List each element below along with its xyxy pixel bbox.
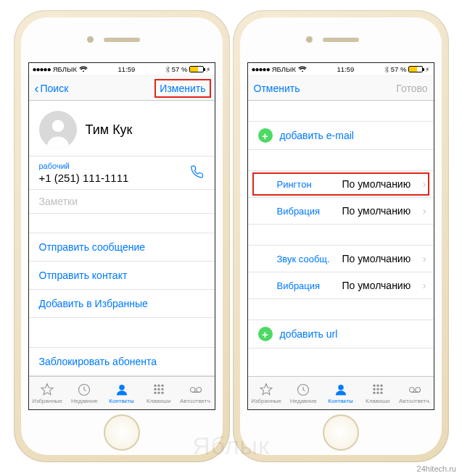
phone-type-label: рабочий <box>39 162 205 170</box>
edit-button[interactable]: Изменить <box>157 81 208 96</box>
cancel-button[interactable]: Отменить <box>254 83 300 94</box>
svg-point-11 <box>161 391 163 393</box>
back-button[interactable]: ‹ Поиск <box>35 82 69 95</box>
tab-contacts[interactable]: Контакты <box>322 377 359 409</box>
phone-left: ●●●●● ЯБЛЫК 11:59 57 % ⚡︎ <box>14 10 230 462</box>
clock: 11:59 <box>118 65 136 73</box>
wifi-icon <box>298 66 307 72</box>
tab-voicemail[interactable]: Автоответч. <box>177 377 214 409</box>
phone-row[interactable]: рабочий +1 (251) 111-1111 <box>29 156 215 189</box>
done-button[interactable]: Готово <box>396 83 427 94</box>
svg-point-5 <box>161 384 163 386</box>
credit: 24hitech.ru <box>417 464 456 473</box>
tab-bar: Избранные Недавние Контакты Клавиши <box>248 376 434 409</box>
plus-icon: + <box>258 128 273 143</box>
text-tone-row[interactable]: Звук сообщ. По умолчанию › <box>248 245 434 272</box>
svg-point-26 <box>416 387 421 392</box>
carrier-label: ЯБЛЫК <box>53 65 77 73</box>
wifi-icon <box>79 66 88 72</box>
text-tone-value: По умолчанию <box>342 253 423 264</box>
tab-label: Избранные <box>251 398 281 404</box>
add-url-label: добавить url <box>280 328 338 340</box>
tab-favorites[interactable]: Избранные <box>248 377 285 409</box>
send-message-button[interactable]: Отправить сообщение <box>29 233 215 261</box>
svg-point-9 <box>154 391 156 393</box>
text-tone-label: Звук сообщ. <box>277 254 342 264</box>
svg-point-2 <box>119 384 125 390</box>
svg-point-24 <box>380 391 382 393</box>
tab-keypad[interactable]: Клавиши <box>359 377 396 409</box>
home-button[interactable] <box>104 414 140 451</box>
plus-icon: + <box>258 327 273 341</box>
notes-field[interactable]: Заметки <box>29 189 215 214</box>
svg-point-10 <box>157 391 160 393</box>
person-icon <box>333 383 349 397</box>
vibration-value: По умолчанию <box>342 205 423 217</box>
svg-point-8 <box>161 388 163 390</box>
battery-icon <box>189 66 204 72</box>
tab-label: Автоответч. <box>399 398 431 404</box>
ringtone-label: Рингтон <box>277 179 342 190</box>
call-icon[interactable] <box>190 164 205 181</box>
svg-point-12 <box>190 387 195 392</box>
contact-name: Тим Кук <box>86 122 133 138</box>
chevron-right-icon: › <box>423 205 426 217</box>
add-email-button[interactable]: + добавить e-mail <box>248 121 434 150</box>
vibration-label: Вибрация <box>277 206 342 217</box>
tab-label: Клавиши <box>366 398 389 404</box>
home-button[interactable] <box>323 414 359 451</box>
svg-point-17 <box>376 384 379 386</box>
edit-label: Изменить <box>160 83 205 94</box>
charging-icon: ⚡︎ <box>425 66 429 73</box>
clock-icon <box>76 383 92 397</box>
svg-point-25 <box>409 387 414 392</box>
svg-point-7 <box>157 388 160 390</box>
vibration-row[interactable]: Вибрация По умолчанию › <box>248 197 434 225</box>
svg-point-21 <box>380 388 382 390</box>
carrier-label: ЯБЛЫК <box>272 65 296 73</box>
screen-right: ●●●●● ЯБЛЫК 11:59 57 % ⚡︎ <box>247 62 434 410</box>
vibration2-row[interactable]: Вибрация По умолчанию › <box>248 272 434 299</box>
svg-point-22 <box>373 391 375 393</box>
send-contact-button[interactable]: Отправить контакт <box>29 261 215 289</box>
back-label: Поиск <box>41 83 69 94</box>
svg-point-13 <box>197 387 202 392</box>
bluetooth-icon <box>165 66 170 73</box>
nav-bar: ‹ Поиск Изменить <box>29 76 215 101</box>
tab-favorites[interactable]: Избранные <box>29 377 66 409</box>
nav-bar: Отменить Готово <box>248 76 434 101</box>
status-bar: ●●●●● ЯБЛЫК 11:59 57 % ⚡︎ <box>29 63 215 76</box>
chevron-right-icon: › <box>423 253 426 264</box>
chevron-right-icon: › <box>423 280 426 291</box>
contact-header: Тим Кук <box>29 101 215 156</box>
svg-point-15 <box>338 384 344 390</box>
svg-point-16 <box>373 384 375 386</box>
phone-number: +1 (251) 111-1111 <box>39 172 205 184</box>
tab-label: Недавние <box>290 398 317 404</box>
battery-pct: 57 % <box>391 65 407 73</box>
avatar <box>39 111 77 149</box>
tab-recents[interactable]: Недавние <box>285 377 322 409</box>
keypad-icon <box>151 383 167 397</box>
clock: 11:59 <box>337 65 355 73</box>
front-camera <box>306 36 313 43</box>
charging-icon: ⚡︎ <box>206 66 210 73</box>
cancel-label: Отменить <box>254 83 300 94</box>
battery-pct: 57 % <box>172 65 188 73</box>
tab-voicemail[interactable]: Автоответч. <box>396 377 433 409</box>
signal-dots-icon: ●●●●● <box>33 65 51 73</box>
tab-label: Автоответч. <box>180 398 212 404</box>
svg-point-23 <box>376 391 379 393</box>
svg-point-0 <box>51 120 64 133</box>
tab-contacts[interactable]: Контакты <box>103 377 140 409</box>
ringtone-row[interactable]: Рингтон По умолчанию › <box>248 170 434 197</box>
add-url-button[interactable]: + добавить url <box>248 320 434 348</box>
signal-dots-icon: ●●●●● <box>252 65 270 73</box>
chevron-right-icon: › <box>423 178 426 190</box>
tab-recents[interactable]: Недавние <box>66 377 103 409</box>
speaker-slot <box>323 38 359 42</box>
tab-keypad[interactable]: Клавиши <box>140 377 177 409</box>
add-favorite-button[interactable]: Добавить в Избранные <box>29 289 215 318</box>
chevron-left-icon: ‹ <box>35 82 39 95</box>
block-caller-button[interactable]: Заблокировать абонента <box>29 347 215 376</box>
